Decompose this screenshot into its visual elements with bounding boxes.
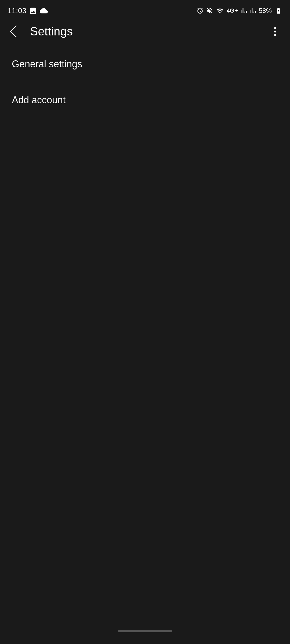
add-account-label: Add account xyxy=(12,94,66,105)
status-bar-right: 4G+ 58% xyxy=(197,7,282,14)
battery-icon xyxy=(274,7,282,14)
wifi-icon xyxy=(216,7,224,14)
more-options-icon xyxy=(274,27,276,36)
nav-bar xyxy=(0,623,290,644)
network-type: 4G+ xyxy=(227,7,238,14)
general-settings-item[interactable]: General settings xyxy=(0,49,290,79)
back-arrow-icon xyxy=(10,25,22,37)
battery-percentage: 58% xyxy=(259,7,272,14)
general-settings-label: General settings xyxy=(12,58,82,69)
mute-icon xyxy=(206,7,213,14)
status-bar-left: 11:03 xyxy=(8,6,48,15)
nav-handle xyxy=(118,630,172,632)
add-account-item[interactable]: Add account xyxy=(0,85,290,115)
back-button[interactable] xyxy=(8,24,23,39)
status-icons-left xyxy=(29,7,48,15)
alarm-icon xyxy=(197,7,204,14)
page-title: Settings xyxy=(30,25,73,38)
photo-icon xyxy=(29,7,37,15)
more-options-button[interactable] xyxy=(267,24,282,39)
cloud-icon xyxy=(39,7,48,15)
signal-bar-2 xyxy=(250,7,256,14)
signal-bar-1 xyxy=(241,7,247,14)
settings-content: General settings Add account xyxy=(0,43,290,121)
app-bar-left: Settings xyxy=(8,24,73,39)
status-bar: 11:03 4G+ xyxy=(0,0,290,19)
app-bar: Settings xyxy=(0,19,290,43)
status-time: 11:03 xyxy=(8,6,26,15)
